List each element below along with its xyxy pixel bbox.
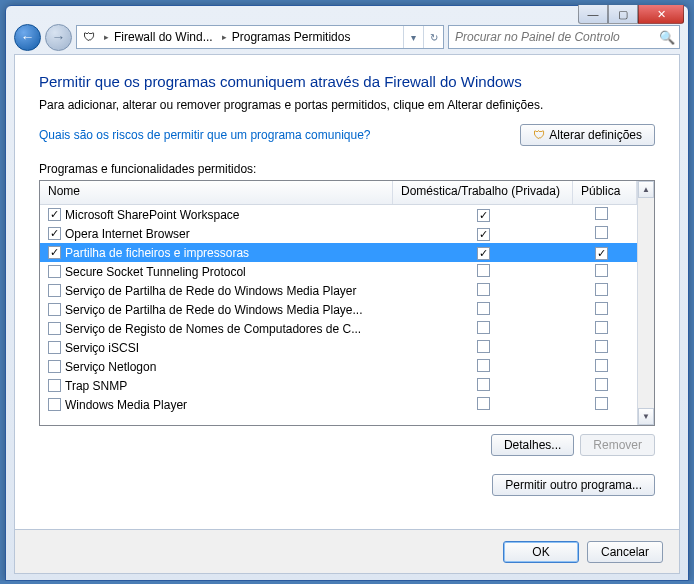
table-row[interactable]: ✓Microsoft SharePoint Workspace✓ [40, 205, 637, 224]
search-icon[interactable]: 🔍 [659, 30, 675, 45]
checkbox[interactable] [595, 378, 608, 391]
search-box[interactable]: 🔍 [448, 25, 680, 49]
allow-other-program-button[interactable]: Permitir outro programa... [492, 474, 655, 496]
checkbox[interactable]: ✓ [477, 228, 490, 241]
checkbox[interactable] [477, 340, 490, 353]
checkbox[interactable] [595, 359, 608, 372]
risk-link[interactable]: Quais são os riscos de permitir que um p… [39, 128, 371, 142]
navigation-bar: ← → 🛡 ▸ Firewall do Wind... ▸ Programas … [6, 20, 688, 54]
breadcrumb-seg-1[interactable]: Firewall do Wind... [112, 26, 219, 48]
table-row[interactable]: Serviço iSCSI [40, 338, 637, 357]
table-row[interactable]: ✓Opera Internet Browser✓ [40, 224, 637, 243]
checkbox[interactable] [595, 283, 608, 296]
change-settings-button[interactable]: 🛡 Alterar definições [520, 124, 655, 146]
content-pane: Permitir que os programas comuniquem atr… [14, 54, 680, 530]
minimize-button[interactable]: — [578, 5, 608, 24]
firewall-window: — ▢ ✕ ← → 🛡 ▸ Firewall do Wind... ▸ Prog… [5, 5, 689, 581]
table-row[interactable]: Serviço de Partilha de Rede do Windows M… [40, 281, 637, 300]
checkbox[interactable] [48, 379, 61, 392]
address-dropdown-button[interactable]: ▾ [403, 26, 423, 48]
checkbox[interactable]: ✓ [477, 209, 490, 222]
refresh-button[interactable]: ↻ [423, 26, 443, 48]
breadcrumb-chevron-icon[interactable]: ▸ [101, 32, 112, 42]
table-row[interactable]: Serviço de Partilha de Rede do Windows M… [40, 300, 637, 319]
program-name: Opera Internet Browser [65, 227, 190, 241]
checkbox[interactable] [477, 283, 490, 296]
scrollbar[interactable]: ▲ ▼ [637, 181, 654, 425]
details-button[interactable]: Detalhes... [491, 434, 574, 456]
scroll-down-button[interactable]: ▼ [638, 408, 654, 425]
checkbox[interactable] [48, 284, 61, 297]
table-row[interactable]: Secure Socket Tunneling Protocol [40, 262, 637, 281]
grid-body: ✓Microsoft SharePoint Workspace✓✓Opera I… [40, 205, 637, 425]
col-public[interactable]: Pública [573, 181, 637, 204]
checkbox[interactable] [595, 397, 608, 410]
checkbox[interactable] [595, 226, 608, 239]
firewall-icon: 🛡 [80, 30, 98, 44]
checkbox[interactable]: ✓ [48, 246, 61, 259]
table-row[interactable]: Serviço de Registo de Nomes de Computado… [40, 319, 637, 338]
checkbox[interactable]: ✓ [477, 247, 490, 260]
checkbox[interactable]: ✓ [595, 247, 608, 260]
col-private[interactable]: Doméstica/Trabalho (Privada) [393, 181, 573, 204]
program-name: Serviço iSCSI [65, 341, 139, 355]
table-row[interactable]: Trap SNMP [40, 376, 637, 395]
checkbox[interactable] [477, 321, 490, 334]
checkbox[interactable] [595, 302, 608, 315]
breadcrumb-chevron-icon[interactable]: ▸ [219, 32, 230, 42]
checkbox[interactable] [595, 321, 608, 334]
checkbox[interactable] [48, 398, 61, 411]
checkbox[interactable] [48, 322, 61, 335]
scroll-track[interactable] [638, 198, 654, 408]
shield-icon: 🛡 [533, 128, 545, 142]
remove-button: Remover [580, 434, 655, 456]
program-name: Windows Media Player [65, 398, 187, 412]
program-name: Serviço de Partilha de Rede do Windows M… [65, 284, 356, 298]
page-subheading: Para adicionar, alterar ou remover progr… [39, 98, 655, 112]
address-bar[interactable]: 🛡 ▸ Firewall do Wind... ▸ Programas Perm… [76, 25, 444, 49]
cancel-button[interactable]: Cancelar [587, 541, 663, 563]
title-bar[interactable]: — ▢ ✕ [6, 6, 688, 20]
checkbox[interactable] [477, 397, 490, 410]
program-name: Secure Socket Tunneling Protocol [65, 265, 246, 279]
col-name[interactable]: Nome [40, 181, 393, 204]
program-name: Trap SNMP [65, 379, 127, 393]
close-button[interactable]: ✕ [638, 5, 684, 24]
group-label: Programas e funcionalidades permitidos: [39, 162, 655, 176]
change-settings-label: Alterar definições [549, 128, 642, 142]
checkbox[interactable] [477, 264, 490, 277]
checkbox[interactable]: ✓ [48, 227, 61, 240]
programs-grid: Nome Doméstica/Trabalho (Privada) Públic… [39, 180, 655, 426]
back-button[interactable]: ← [14, 24, 41, 51]
checkbox[interactable] [48, 360, 61, 373]
checkbox[interactable] [477, 302, 490, 315]
checkbox[interactable] [595, 207, 608, 220]
program-name: Microsoft SharePoint Workspace [65, 208, 240, 222]
checkbox[interactable] [595, 340, 608, 353]
checkbox[interactable] [48, 303, 61, 316]
checkbox[interactable] [477, 378, 490, 391]
forward-button[interactable]: → [45, 24, 72, 51]
page-title: Permitir que os programas comuniquem atr… [39, 73, 655, 90]
program-name: Partilha de ficheiros e impressoras [65, 246, 249, 260]
program-name: Serviço Netlogon [65, 360, 156, 374]
scroll-up-button[interactable]: ▲ [638, 181, 654, 198]
table-row[interactable]: Windows Media Player [40, 395, 637, 414]
grid-header: Nome Doméstica/Trabalho (Privada) Públic… [40, 181, 637, 205]
program-name: Serviço de Registo de Nomes de Computado… [65, 322, 361, 336]
checkbox[interactable] [48, 265, 61, 278]
search-input[interactable] [453, 29, 659, 45]
breadcrumb-seg-2[interactable]: Programas Permitidos [230, 26, 357, 48]
ok-button[interactable]: OK [503, 541, 579, 563]
checkbox[interactable]: ✓ [48, 208, 61, 221]
checkbox[interactable] [477, 359, 490, 372]
maximize-button[interactable]: ▢ [608, 5, 638, 24]
checkbox[interactable] [595, 264, 608, 277]
table-row[interactable]: ✓Partilha de ficheiros e impressoras✓✓ [40, 243, 637, 262]
checkbox[interactable] [48, 341, 61, 354]
dialog-buttons: OK Cancelar [14, 530, 680, 574]
table-row[interactable]: Serviço Netlogon [40, 357, 637, 376]
program-name: Serviço de Partilha de Rede do Windows M… [65, 303, 363, 317]
